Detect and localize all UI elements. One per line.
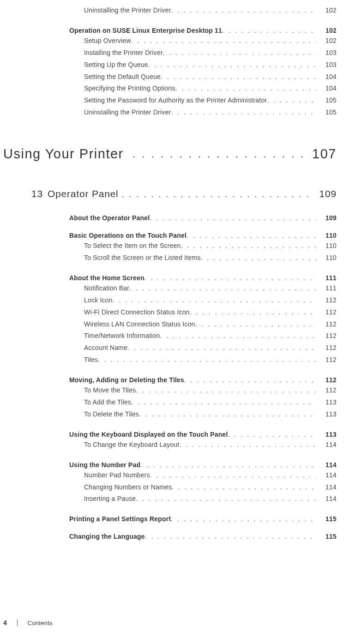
- toc-page-number: 112: [319, 330, 337, 342]
- toc-label: To Move the Tiles: [84, 385, 136, 397]
- toc-page-number: 112: [319, 342, 337, 354]
- toc-page-number: 102: [319, 5, 337, 17]
- toc-label: Using the Number Pad: [69, 461, 140, 469]
- toc-label: Lock Icon: [84, 295, 113, 307]
- toc-label: Operator Panel: [48, 188, 119, 199]
- toc-part-title: Using Your Printer 107: [3, 146, 337, 162]
- toc-leader-dots: [171, 5, 316, 17]
- toc-label: Wi-Fi Direct Connection Status Icon: [84, 307, 190, 319]
- toc-label: Using Your Printer: [3, 146, 124, 162]
- toc-subsection: To Select the Item on the Screen110: [84, 240, 337, 252]
- toc-page-number: 113: [319, 397, 337, 409]
- footer-label: Contents: [28, 620, 53, 626]
- toc-leader-dots: [190, 307, 316, 319]
- toc-page-number: 112: [319, 376, 337, 384]
- toc-page-number: 107: [312, 146, 337, 162]
- toc-label: Basic Operations on the Touch Panel: [69, 232, 187, 239]
- toc-page-number: 112: [319, 307, 337, 319]
- toc-chapter-title: 13 Operator Panel 109: [31, 188, 337, 199]
- toc-subsection: Wireless LAN Connection Status Icon112: [84, 319, 337, 331]
- toc-section: Printing a Panel Settings Report115: [69, 515, 337, 523]
- footer-page-number: 4: [3, 619, 7, 626]
- toc-page-number: 112: [319, 295, 337, 307]
- toc-leader-dots: [136, 385, 316, 397]
- toc-page-number: 113: [319, 431, 337, 438]
- toc-leader-dots: [131, 397, 316, 409]
- page-footer: 4 Contents: [3, 619, 52, 626]
- toc-page-number: 103: [319, 59, 337, 71]
- toc-label: Inserting a Pause: [84, 493, 136, 505]
- toc-leader-dots: [139, 409, 316, 421]
- toc-label: Notification Bar: [84, 283, 129, 295]
- toc-subsection: Tiles112: [84, 354, 337, 366]
- toc-label: To Add the Tiles: [84, 397, 131, 409]
- toc-leader-dots: [144, 274, 316, 282]
- toc-section: Using the Keyboard Displayed on the Touc…: [69, 431, 337, 438]
- toc-subsection: Specifying the Printing Options104: [84, 83, 337, 95]
- toc-label: Wireless LAN Connection Status Icon: [84, 319, 195, 331]
- toc-leader-dots: [136, 493, 316, 505]
- toc-section: Basic Operations on the Touch Panel110: [69, 232, 337, 239]
- toc-page-number: 114: [319, 469, 337, 481]
- toc-page-number: 114: [319, 461, 337, 469]
- footer-separator: [17, 620, 18, 626]
- toc-leader-dots: [181, 240, 316, 252]
- toc-label: Using the Keyboard Displayed on the Touc…: [69, 431, 228, 438]
- toc-label: Operation on SUSE Linux Enterprise Deskt…: [69, 27, 222, 34]
- toc-section: Changing the Language115: [69, 533, 337, 540]
- toc-subsection: Changing Numbers or Names114: [84, 481, 337, 494]
- toc-subsection: Setup Overview102: [84, 35, 337, 47]
- toc-label: Installing the Printer Driver: [84, 47, 163, 59]
- toc-section: Operation on SUSE Linux Enterprise Deskt…: [69, 27, 337, 34]
- toc-label: To Change the Keyboard Layout: [84, 439, 180, 451]
- toc-page-number: 103: [319, 47, 337, 59]
- toc-leader-dots: [127, 342, 316, 354]
- toc-leader-dots: [180, 439, 316, 451]
- toc-label: Printing a Panel Settings Report: [69, 515, 171, 523]
- toc-label: To Scroll the Screen or the Listed Items: [84, 252, 200, 264]
- toc-leader-dots: [148, 59, 316, 71]
- toc-label: Setting the Default Queue: [84, 71, 161, 83]
- toc-label: Uninstalling the Printer Driver: [84, 5, 171, 17]
- toc-subsection: Inserting a Pause114: [84, 493, 337, 505]
- toc-subsection: Time/Network Information112: [84, 330, 337, 342]
- toc-chapter-number: 13: [31, 188, 43, 199]
- toc-label: Specifying the Printing Options: [84, 83, 175, 95]
- toc-section: About the Home Screen111: [69, 274, 337, 282]
- toc-subsection: Setting Up the Queue103: [84, 59, 337, 71]
- toc-leader-dots: [187, 232, 316, 239]
- toc-label: About the Operator Panel: [69, 214, 150, 222]
- toc-subsection: To Delete the Tiles113: [84, 409, 337, 421]
- toc-subsection: Account Name112: [84, 342, 337, 354]
- toc-page-number: 102: [319, 27, 337, 34]
- toc-section: Using the Number Pad114: [69, 461, 337, 469]
- toc-label: To Delete the Tiles: [84, 409, 139, 421]
- toc-leader-dots: [132, 148, 307, 160]
- toc-leader-dots: [228, 431, 316, 438]
- toc-leader-dots: [172, 481, 316, 494]
- toc-subsection: Uninstalling the Printer Driver 102: [84, 5, 337, 17]
- toc-leader-dots: [222, 27, 316, 34]
- toc-label: Number Pad Numbers: [84, 469, 150, 481]
- toc-page-number: 110: [319, 240, 337, 252]
- toc-page-number: 112: [319, 354, 337, 366]
- toc-subsection: Setting the Password for Authority as th…: [84, 95, 337, 107]
- toc-label: About the Home Screen: [69, 274, 144, 282]
- toc-label: Setting Up the Queue: [84, 59, 148, 71]
- toc-leader-dots: [121, 190, 311, 199]
- toc-page-number: 112: [319, 385, 337, 397]
- toc-label: Tiles: [84, 354, 98, 366]
- toc-leader-dots: [150, 469, 316, 481]
- toc-leader-dots: [131, 35, 316, 47]
- toc-page-number: 104: [319, 71, 337, 83]
- toc-leader-dots: [140, 461, 316, 469]
- toc-subsection: Lock Icon112: [84, 295, 337, 307]
- toc-page-number: 115: [319, 515, 337, 523]
- toc-subsection: To Move the Tiles112: [84, 385, 337, 397]
- toc-section: About the Operator Panel109: [69, 214, 337, 222]
- toc-section: Moving, Adding or Deleting the Tiles112: [69, 376, 337, 384]
- toc-subsection: Number Pad Numbers114: [84, 469, 337, 481]
- toc-subsection: To Scroll the Screen or the Listed Items…: [84, 252, 337, 264]
- toc-leader-dots: [150, 214, 316, 222]
- toc-leader-dots: [171, 515, 316, 523]
